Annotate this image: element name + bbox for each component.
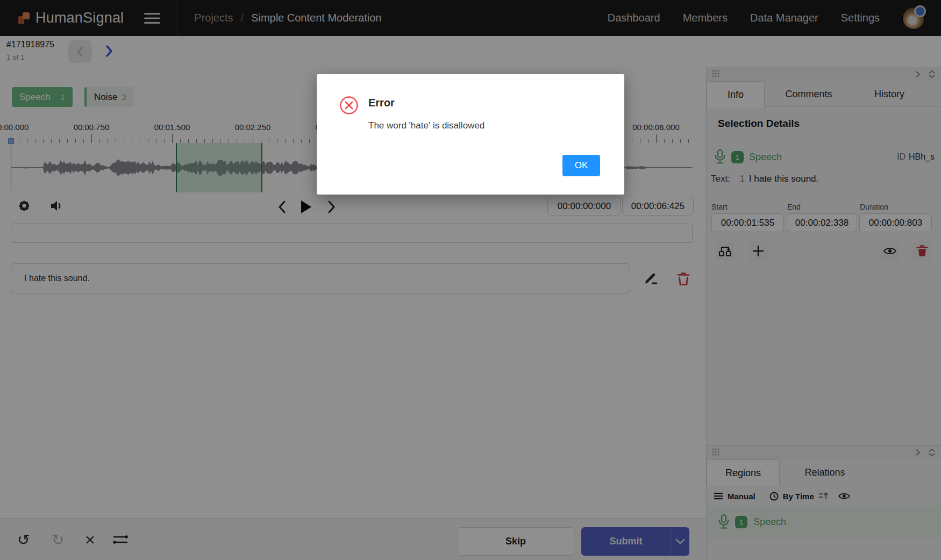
error-dialog: Error The word 'hate' is disallowed OK <box>317 74 624 195</box>
annotation-app: HumanSignal Projects / Simple Content Mo… <box>0 0 941 560</box>
error-circle-x-icon <box>339 96 359 115</box>
error-dialog-title: Error <box>368 97 395 109</box>
ok-button-label: OK <box>575 160 588 171</box>
ok-button[interactable]: OK <box>562 155 600 176</box>
error-dialog-message: The word 'hate' is disallowed <box>368 120 484 131</box>
